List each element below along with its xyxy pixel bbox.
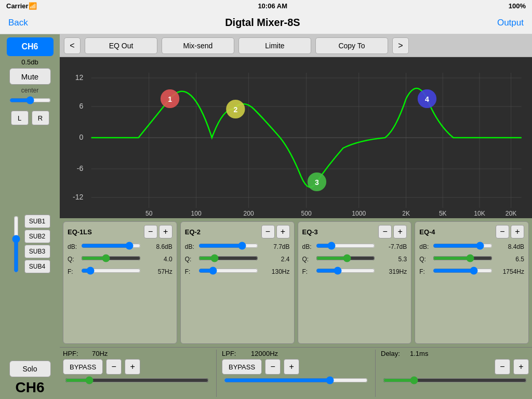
eq2-f-slider[interactable] [198,267,258,275]
eq2-db-slider[interactable] [198,242,258,250]
sub1-button[interactable]: SUB1 [24,215,50,228]
eq4-q-slider[interactable] [433,254,493,262]
eq3-title: EQ-3 [302,228,318,236]
pan-slider-container [9,96,51,107]
l-button[interactable]: L [11,111,29,125]
channel-button[interactable]: CH6 [7,37,54,56]
sub2-button[interactable]: SUB2 [24,230,50,243]
lpf-label: LPF: [222,350,248,357]
hpf-plus-button[interactable]: + [125,359,140,375]
hpf-value: 70Hz [92,350,108,357]
sidebar: CH6 0.5db Mute center L R SUB1 SUB2 SUB3… [0,34,60,399]
hpf-label: HPF: [63,350,89,357]
eq1-minus-button[interactable]: − [144,225,157,238]
eq-out-button[interactable]: EQ Out [85,37,157,54]
eq2-db-label: dB: [185,243,195,250]
lpf-slider[interactable] [224,376,368,384]
battery-label: 100% [509,2,526,10]
eq1-plus-button[interactable]: + [159,225,172,238]
carrier-label: Carrier [6,2,29,10]
next-arrow-button[interactable]: > [392,37,409,54]
eq2-q-label: Q: [185,256,195,263]
lpf-plus-button[interactable]: + [284,359,299,375]
eq1-f-slider[interactable] [81,267,141,275]
eq1-db-slider[interactable] [81,242,141,250]
hpf-group: HPF: 70Hz BYPASS − + [63,350,211,397]
eq4-f-slider[interactable] [433,267,493,275]
svg-text:-6: -6 [77,164,84,172]
limite-button[interactable]: Limite [238,37,311,54]
delay-group: Delay: 1.1ms − + [381,350,529,397]
mute-button[interactable]: Mute [9,68,51,85]
top-button-row: < EQ Out Mix-send Limite Copy To > [60,34,532,57]
eq2-f-label: F: [185,268,195,275]
pan-slider[interactable] [9,96,51,104]
svg-text:12: 12 [75,73,84,82]
delay-slider[interactable] [383,376,527,384]
eq2-minus-button[interactable]: − [261,225,275,238]
delay-value: 1.1ms [410,350,428,357]
eq3-db-value: -7.7dB [378,243,407,250]
eq4-q-label: Q: [419,256,430,263]
output-button[interactable]: Output [497,18,524,28]
hpf-bypass-button[interactable]: BYPASS [63,359,103,375]
back-button[interactable]: Back [8,18,28,28]
svg-text:50: 50 [145,210,153,217]
eq4-db-slider[interactable] [433,242,493,250]
eq4-db-value: 8.4dB [496,243,524,250]
eq1-title: EQ-1LS [68,228,92,236]
mix-send-button[interactable]: Mix-send [162,37,234,54]
right-panel: < EQ Out Mix-send Limite Copy To > [60,34,532,399]
r-button[interactable]: R [32,111,49,125]
eq2-q-slider[interactable] [198,254,258,262]
hpf-slider[interactable] [65,376,209,384]
sub4-button[interactable]: SUB4 [24,260,50,273]
delay-label: Delay: [381,350,407,357]
eq-svg: 12 6 0 -6 -12 50 100 200 500 1000 2K 5K … [60,57,532,218]
eq1-q-slider[interactable] [81,254,141,262]
sub3-button[interactable]: SUB3 [24,245,50,258]
eq4-db-label: dB: [419,243,430,250]
svg-text:100: 100 [191,210,202,217]
eq1-f-value: 57Hz [144,268,172,275]
divider-1 [216,350,217,397]
eq3-f-value: 319Hz [378,268,407,275]
svg-text:200: 200 [243,210,254,217]
delay-plus-button[interactable]: + [513,359,529,375]
eq1-db-label: dB: [68,243,78,250]
eq2-plus-button[interactable]: + [276,225,290,238]
bottom-section: HPF: 70Hz BYPASS − + LPF: 12000Hz [60,347,532,399]
channel-fader[interactable] [10,216,22,273]
lpf-minus-button[interactable]: − [265,359,281,375]
eq3-f-slider[interactable] [316,267,376,275]
hpf-minus-button[interactable]: − [106,359,122,375]
nav-bar: Back Digtal Mixer-8S Output [0,11,532,34]
eq1-q-value: 4.0 [144,256,172,263]
db-label: 0.5db [21,58,38,66]
copy-to-button[interactable]: Copy To [315,37,388,54]
eq-band-3: EQ-3 − + dB: -7.7dB Q: 5.3 F [298,221,412,344]
eq4-title: EQ-4 [419,228,435,236]
eq-band-2: EQ-2 − + dB: 7.7dB Q: 2.4 F: [180,221,295,344]
svg-text:2K: 2K [402,210,410,217]
pan-center-label: center [21,87,38,94]
solo-button[interactable]: Solo [9,361,51,377]
eq3-minus-button[interactable]: − [378,225,392,238]
eq4-minus-button[interactable]: − [496,225,509,238]
eq3-q-slider[interactable] [316,254,376,262]
eq2-title: EQ-2 [185,228,201,236]
eq2-db-value: 7.7dB [261,243,290,250]
divider-2 [375,350,376,397]
svg-text:1000: 1000 [352,210,366,217]
prev-arrow-button[interactable]: < [64,37,81,54]
delay-minus-button[interactable]: − [495,359,510,375]
eq1-f-label: F: [68,268,78,275]
eq3-db-label: dB: [302,243,313,250]
svg-text:4: 4 [425,95,429,103]
eq4-plus-button[interactable]: + [511,225,524,238]
svg-text:20K: 20K [506,210,517,217]
lpf-bypass-button[interactable]: BYPASS [222,359,262,375]
eq3-plus-button[interactable]: + [393,225,407,238]
wifi-icon: 📶 [29,2,37,10]
eq3-db-slider[interactable] [316,242,376,250]
